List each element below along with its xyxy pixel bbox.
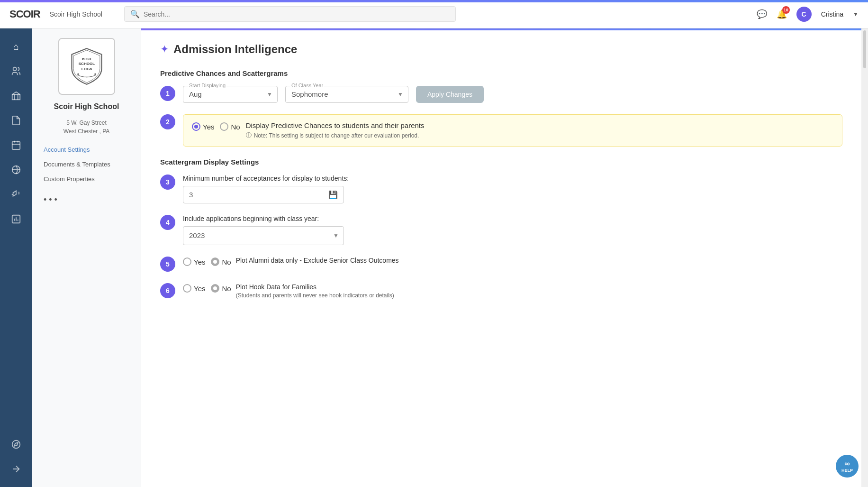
step2-radio-group: Yes No bbox=[192, 121, 240, 131]
panel-nav: Account Settings Documents & Templates C… bbox=[40, 143, 133, 185]
help-label: HELP bbox=[841, 468, 853, 473]
step5-options: Yes No bbox=[183, 257, 231, 266]
step5-yes-label: Yes bbox=[194, 258, 205, 266]
svg-point-17 bbox=[94, 73, 96, 75]
step2-content: Yes No Display Predictive Chances to stu… bbox=[183, 114, 842, 147]
sidebar-item-export[interactable] bbox=[6, 459, 27, 479]
step2-yes-label: Yes bbox=[203, 123, 214, 131]
chevron-down-icon: ▼ bbox=[333, 232, 339, 239]
step2-note-text: Note: This setting is subject to change … bbox=[254, 132, 419, 139]
step2-main-text: Display Predictive Chances to students a… bbox=[246, 121, 425, 129]
min-acceptances-input[interactable] bbox=[189, 191, 328, 199]
step6-yes-option[interactable]: Yes bbox=[183, 284, 205, 293]
info-icon: ⓘ bbox=[246, 131, 252, 139]
class-year-select[interactable]: 2023 ▼ bbox=[183, 226, 344, 245]
step6-main-text: Plot Hook Data for Families bbox=[236, 283, 394, 291]
svg-text:SCHOOL: SCHOOL bbox=[78, 62, 95, 66]
svg-point-16 bbox=[77, 73, 79, 75]
notifications-button[interactable]: 🔔 10 bbox=[777, 9, 787, 19]
step6-no-radio[interactable] bbox=[211, 284, 219, 293]
start-displaying-label: Start Displaying bbox=[188, 83, 226, 88]
step5-number: 5 bbox=[160, 257, 175, 272]
messages-icon: 💬 bbox=[757, 9, 767, 19]
step5-no-option[interactable]: No bbox=[211, 257, 231, 266]
step6-no-option[interactable]: No bbox=[211, 284, 231, 293]
class-year-dropdown-value: 2023 bbox=[189, 231, 205, 239]
step3-content: Minimum number of acceptances for displa… bbox=[183, 175, 842, 203]
svg-text:LOGo: LOGo bbox=[81, 67, 92, 71]
sidebar-item-megaphone[interactable] bbox=[6, 184, 27, 205]
nav-item-documents-templates[interactable]: Documents & Templates bbox=[40, 158, 133, 171]
top-bar-school-name: Scoir High School bbox=[50, 10, 102, 18]
section1-title: Predictive Chances and Scattergrams bbox=[160, 69, 842, 77]
notification-badge: 10 bbox=[782, 6, 790, 14]
step2-note: ⓘ Note: This setting is subject to chang… bbox=[246, 131, 425, 139]
nav-item-custom-properties[interactable]: Custom Properties bbox=[40, 173, 133, 185]
sidebar-item-globe[interactable] bbox=[6, 159, 27, 180]
top-bar: SCOIR Scoir High School 🔍 💬 🔔 10 C Crist… bbox=[0, 0, 868, 28]
step6-row: 6 Yes No bbox=[160, 283, 842, 299]
user-name: Cristina bbox=[821, 10, 843, 18]
step5-no-radio[interactable] bbox=[211, 257, 219, 266]
step6-no-label: No bbox=[222, 285, 231, 293]
step4-label: Include applications beginning with clas… bbox=[183, 215, 842, 222]
step6-number: 6 bbox=[160, 283, 175, 298]
apply-changes-button[interactable]: Apply Changes bbox=[416, 86, 484, 103]
step1-number: 1 bbox=[160, 86, 175, 101]
step5-no-label: No bbox=[222, 258, 231, 266]
sidebar-item-report[interactable] bbox=[6, 209, 27, 230]
nav-item-account-settings[interactable]: Account Settings bbox=[40, 143, 133, 156]
scrollbar[interactable] bbox=[861, 28, 868, 487]
start-displaying-value: Aug bbox=[189, 90, 202, 98]
sidebar-item-people[interactable] bbox=[6, 61, 27, 82]
sidebar-item-home[interactable]: ⌂ bbox=[6, 36, 27, 57]
step5-yes-radio[interactable] bbox=[183, 257, 191, 266]
search-input[interactable] bbox=[144, 10, 450, 18]
step2-no-label: No bbox=[231, 123, 240, 131]
page-header: ✦ Admission Intelligence bbox=[160, 43, 842, 56]
sidebar-item-building[interactable] bbox=[6, 85, 27, 106]
step2-no-radio[interactable] bbox=[220, 122, 228, 131]
sidebar: ⌂ bbox=[0, 28, 32, 487]
sidebar-item-calendar[interactable] bbox=[6, 135, 27, 156]
spark-icon: ✦ bbox=[160, 43, 169, 55]
step5-yes-option[interactable]: Yes bbox=[183, 257, 205, 266]
school-name-panel: Scoir High School bbox=[40, 102, 133, 111]
class-year-label: Of Class Year bbox=[290, 83, 324, 88]
svg-point-11 bbox=[12, 441, 20, 449]
svg-rect-1 bbox=[12, 94, 20, 100]
chevron-down-icon[interactable]: ▼ bbox=[853, 11, 859, 18]
step6-yes-label: Yes bbox=[194, 285, 205, 293]
start-displaying-dropdown[interactable]: Start Displaying Aug ▼ bbox=[183, 86, 278, 103]
scoir-logo: SCOIR bbox=[9, 8, 40, 20]
step4-number: 4 bbox=[160, 215, 175, 230]
step6-options: Yes No bbox=[183, 283, 231, 293]
step2-yes-radio[interactable] bbox=[192, 122, 200, 131]
search-bar[interactable]: 🔍 bbox=[124, 6, 456, 22]
step2-yes-option[interactable]: Yes bbox=[192, 122, 214, 131]
help-icon: ∞ bbox=[844, 459, 850, 468]
step6-content: Yes No Plot Hook Data for Families (Stud… bbox=[183, 283, 842, 299]
more-options[interactable]: • • • bbox=[40, 193, 133, 207]
messages-button[interactable]: 💬 bbox=[757, 9, 767, 19]
help-button[interactable]: ∞ HELP bbox=[836, 455, 859, 478]
dropdowns-row: Start Displaying Aug ▼ Of Class Year Sop… bbox=[183, 86, 842, 103]
svg-marker-12 bbox=[14, 442, 18, 446]
step2-number: 2 bbox=[160, 114, 175, 129]
step3-number: 3 bbox=[160, 175, 175, 190]
school-address-line2: West Chester , PA bbox=[40, 127, 133, 136]
chevron-down-icon: ▼ bbox=[398, 91, 403, 98]
section2-title: Scattergram Display Settings bbox=[160, 158, 842, 166]
step6-yes-radio[interactable] bbox=[183, 284, 191, 293]
avatar: C bbox=[796, 7, 812, 22]
save-icon[interactable]: 💾 bbox=[328, 190, 338, 199]
step3-row: 3 Minimum number of acceptances for disp… bbox=[160, 175, 842, 203]
sidebar-item-compass[interactable] bbox=[6, 434, 27, 455]
step2-no-option[interactable]: No bbox=[220, 122, 240, 131]
step6-text: Plot Hook Data for Families (Students an… bbox=[236, 283, 394, 299]
step2-text-block: Display Predictive Chances to students a… bbox=[246, 121, 425, 139]
yes-no-box: Yes No Display Predictive Chances to stu… bbox=[183, 114, 842, 147]
step5-main-text: Plot Alumni data only - Exclude Senior C… bbox=[236, 257, 399, 264]
sidebar-item-document[interactable] bbox=[6, 110, 27, 131]
class-year-dropdown[interactable]: Of Class Year Sophomore ▼ bbox=[285, 86, 408, 103]
